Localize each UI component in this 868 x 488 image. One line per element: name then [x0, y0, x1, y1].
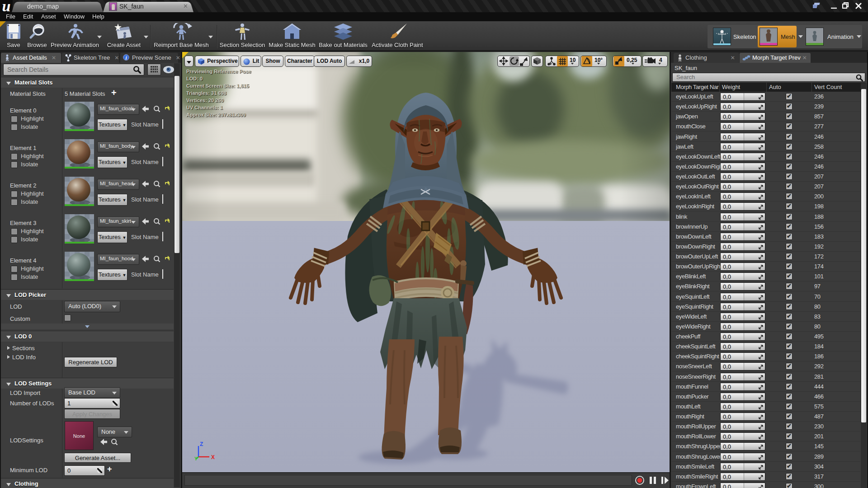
svg-text:X: X [211, 454, 215, 460]
svg-text:Y: Y [194, 456, 198, 461]
svg-text:Z: Z [200, 441, 203, 447]
